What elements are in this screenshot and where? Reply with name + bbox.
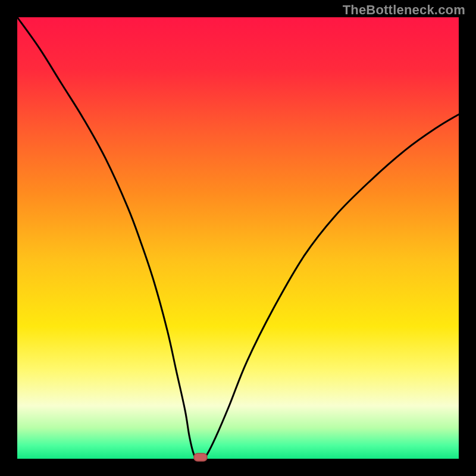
- gradient-background: [17, 17, 459, 459]
- chart-frame: { "watermark": "TheBottleneck.com", "col…: [0, 0, 476, 476]
- chart-svg: [0, 0, 476, 476]
- watermark-text: TheBottleneck.com: [343, 2, 465, 18]
- optimum-marker: [194, 453, 207, 461]
